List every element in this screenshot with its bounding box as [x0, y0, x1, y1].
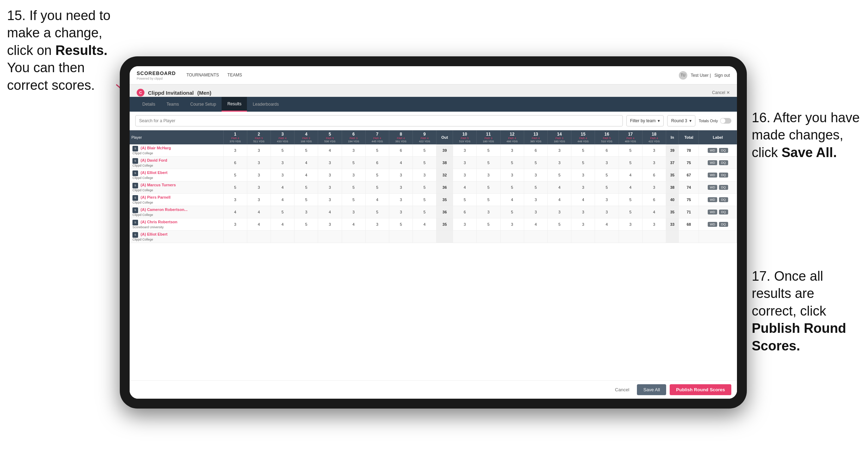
- score-cell[interactable]: 5: [619, 144, 642, 157]
- score-cell[interactable]: [500, 231, 524, 243]
- score-cell[interactable]: 6: [365, 157, 389, 169]
- nav-tournaments[interactable]: TOURNAMENTS: [186, 73, 219, 78]
- score-cell[interactable]: 5: [271, 144, 294, 157]
- score-cell[interactable]: 5: [477, 194, 500, 206]
- score-cell[interactable]: 3: [453, 157, 477, 169]
- score-cell[interactable]: 3: [500, 144, 524, 157]
- score-cell[interactable]: [247, 231, 271, 243]
- dq-button[interactable]: DQ: [719, 222, 728, 227]
- score-cell[interactable]: 5: [294, 144, 318, 157]
- score-cell[interactable]: 3: [365, 218, 389, 231]
- score-cell[interactable]: 5: [571, 157, 595, 169]
- wd-button[interactable]: WD: [708, 185, 717, 190]
- score-cell[interactable]: 3: [642, 144, 666, 157]
- score-cell[interactable]: 5: [595, 169, 619, 181]
- score-cell[interactable]: 3: [247, 194, 271, 206]
- score-cell[interactable]: 5: [595, 181, 619, 194]
- score-cell[interactable]: 4: [571, 194, 595, 206]
- wd-button[interactable]: WD: [708, 210, 717, 214]
- publish-button[interactable]: Publish Round Scores: [670, 384, 731, 395]
- score-cell[interactable]: 5: [342, 157, 365, 169]
- score-cell[interactable]: 5: [365, 144, 389, 157]
- score-cell[interactable]: 5: [477, 157, 500, 169]
- score-cell[interactable]: 3: [247, 169, 271, 181]
- score-cell[interactable]: [342, 231, 365, 243]
- score-cell[interactable]: 4: [500, 194, 524, 206]
- score-cell[interactable]: 3: [318, 169, 342, 181]
- score-cell[interactable]: 3: [389, 169, 413, 181]
- score-cell[interactable]: 5: [413, 194, 436, 206]
- score-cell[interactable]: 5: [365, 181, 389, 194]
- score-cell[interactable]: 3: [547, 206, 571, 218]
- wd-button[interactable]: WD: [708, 222, 717, 227]
- score-cell[interactable]: 5: [500, 157, 524, 169]
- score-cell[interactable]: 3: [595, 206, 619, 218]
- score-cell[interactable]: [571, 231, 595, 243]
- score-cell[interactable]: 3: [223, 144, 247, 157]
- score-cell[interactable]: 4: [642, 206, 666, 218]
- score-cell[interactable]: 5: [294, 218, 318, 231]
- score-cell[interactable]: [389, 231, 413, 243]
- score-cell[interactable]: 3: [389, 194, 413, 206]
- score-cell[interactable]: 5: [365, 169, 389, 181]
- score-cell[interactable]: 4: [619, 169, 642, 181]
- save-all-button[interactable]: Save All: [637, 384, 666, 395]
- score-cell[interactable]: 6: [453, 206, 477, 218]
- score-cell[interactable]: 6: [642, 169, 666, 181]
- score-cell[interactable]: [365, 231, 389, 243]
- tournament-cancel[interactable]: Cancel ✕: [712, 90, 730, 95]
- round-selector[interactable]: Round 3 ▾: [667, 115, 695, 126]
- score-cell[interactable]: 3: [318, 194, 342, 206]
- score-cell[interactable]: 5: [547, 218, 571, 231]
- dq-button[interactable]: DQ: [719, 160, 728, 165]
- score-cell[interactable]: 6: [389, 144, 413, 157]
- score-cell[interactable]: 3: [500, 169, 524, 181]
- score-cell[interactable]: 3: [547, 157, 571, 169]
- score-cell[interactable]: 6: [642, 194, 666, 206]
- score-cell[interactable]: 5: [477, 181, 500, 194]
- score-table-wrapper[interactable]: Player 1PAR 4370 YDS 2PAR 5511 YDS 3PAR …: [130, 130, 737, 380]
- score-cell[interactable]: 3: [389, 181, 413, 194]
- score-cell[interactable]: 5: [500, 206, 524, 218]
- score-cell[interactable]: 3: [342, 144, 365, 157]
- score-cell[interactable]: 3: [524, 169, 547, 181]
- score-cell[interactable]: 4: [389, 157, 413, 169]
- score-cell[interactable]: [477, 231, 500, 243]
- tab-results[interactable]: Results: [222, 97, 247, 112]
- score-cell[interactable]: 4: [413, 218, 436, 231]
- score-cell[interactable]: 5: [413, 181, 436, 194]
- score-cell[interactable]: 3: [500, 218, 524, 231]
- score-cell[interactable]: 4: [595, 218, 619, 231]
- score-cell[interactable]: 5: [477, 144, 500, 157]
- score-cell[interactable]: 4: [524, 218, 547, 231]
- score-cell[interactable]: 4: [223, 206, 247, 218]
- cancel-button[interactable]: Cancel: [611, 385, 633, 394]
- score-cell[interactable]: [271, 231, 294, 243]
- score-cell[interactable]: 3: [413, 169, 436, 181]
- nav-teams[interactable]: TEAMS: [228, 73, 242, 78]
- score-cell[interactable]: 4: [342, 218, 365, 231]
- score-cell[interactable]: 3: [595, 157, 619, 169]
- score-cell[interactable]: 3: [247, 157, 271, 169]
- dq-button[interactable]: DQ: [719, 173, 728, 178]
- dq-button[interactable]: DQ: [719, 148, 728, 153]
- score-cell[interactable]: 4: [619, 181, 642, 194]
- wd-button[interactable]: WD: [708, 148, 717, 153]
- wd-button[interactable]: WD: [708, 197, 717, 202]
- score-cell[interactable]: 5: [477, 218, 500, 231]
- score-cell[interactable]: 3: [342, 206, 365, 218]
- tab-details[interactable]: Details: [137, 97, 161, 112]
- score-cell[interactable]: 3: [453, 218, 477, 231]
- score-cell[interactable]: 3: [318, 181, 342, 194]
- dq-button[interactable]: DQ: [719, 197, 728, 202]
- score-cell[interactable]: 5: [524, 181, 547, 194]
- score-cell[interactable]: [547, 231, 571, 243]
- score-cell[interactable]: 6: [524, 144, 547, 157]
- wd-button[interactable]: WD: [708, 173, 717, 178]
- score-cell[interactable]: 5: [619, 194, 642, 206]
- dq-button[interactable]: DQ: [719, 185, 728, 190]
- score-cell[interactable]: 3: [247, 144, 271, 157]
- search-input[interactable]: [135, 115, 623, 126]
- score-cell[interactable]: 5: [342, 181, 365, 194]
- score-cell[interactable]: 5: [500, 181, 524, 194]
